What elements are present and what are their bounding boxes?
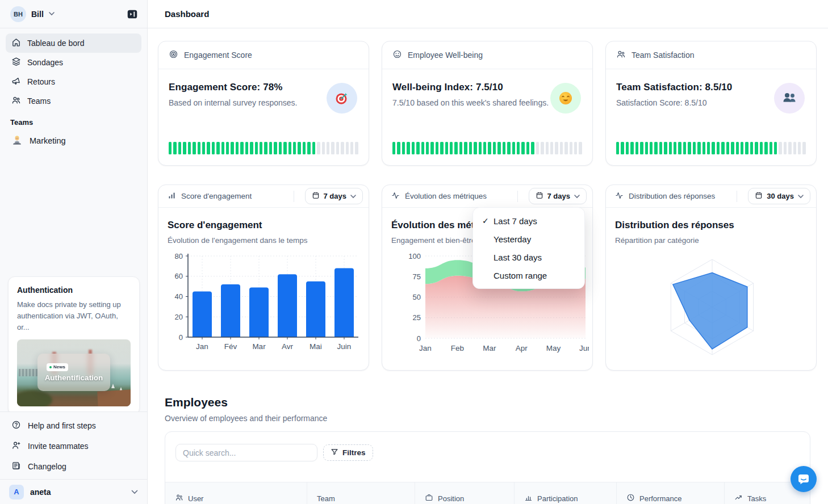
employees-subtitle: Overview of employees and their performa… [165,414,327,423]
stat-card-header: Engagement Score [158,41,369,69]
progress-segment [635,142,638,154]
chevron-down-icon [350,192,356,200]
progress-segment [793,142,796,154]
home-icon [11,37,21,49]
user-name[interactable]: Bill [31,10,44,19]
sidebar-item-feedback[interactable]: Retours [6,72,141,91]
menu-item-last-7-days[interactable]: ✓Last 7 days [473,212,584,230]
sidebar-item-teams[interactable]: Teams [6,91,141,111]
chart-card-header: Score d'engagement 7 days [158,185,369,208]
workspace-switcher[interactable]: A aneta [0,479,147,504]
progress-segment [474,142,476,154]
menu-item-custom-range[interactable]: Custom range [473,266,584,284]
invite-teammates-link[interactable]: Invite teammates [6,436,141,456]
date-range-button[interactable]: 30 days [748,188,810,204]
progress-segment [469,142,472,154]
app-root: BH Bill Tableau de bord Sondages Retours [0,0,828,504]
table-column-team[interactable]: Team [307,482,415,504]
stat-cards-row: Engagement Score Engagement Score: 78% B… [158,41,817,166]
progress-segment [350,142,353,154]
progress-segment [788,142,791,154]
filters-button[interactable]: Filtres [323,444,373,461]
progress-segment [341,142,344,154]
smiley-emoji-icon [550,83,581,114]
progress-segment [221,142,224,154]
svg-text:Feb: Feb [451,344,464,352]
progress-segment [231,142,233,154]
progress-segment [798,142,801,154]
users-emoji-icon [774,83,805,114]
smiley-icon [392,49,402,61]
sidebar-item-label: Retours [27,77,55,86]
divider [737,191,737,202]
column-label: Participation [537,494,578,503]
progress-segment [416,142,419,154]
briefcase-icon [425,493,433,503]
bar-chart-icon [168,191,176,201]
progress-segment [240,142,243,154]
shore-art [17,390,52,406]
stat-card-header-label: Employee Well-being [408,51,483,60]
progress-segment [312,142,315,154]
stat-card-header-label: Engagement Score [184,51,252,60]
help-link[interactable]: Help and first steps [6,415,141,436]
progress-segment [493,142,496,154]
date-range-button[interactable]: 7 days [529,188,587,204]
progress-segment [560,142,563,154]
date-range-button[interactable]: 7 days [305,188,363,204]
changelog-link[interactable]: Changelog [6,456,141,477]
table-column-position[interactable]: Position [415,482,515,504]
users-icon [616,49,626,61]
sidebar-footer: Help and first steps Invite teammates Ch… [0,411,147,479]
progress-segment [303,142,306,154]
search-input[interactable] [175,444,317,461]
progress-segment [721,142,724,154]
svg-text:Jun: Jun [579,344,589,352]
collapse-sidebar-icon[interactable] [126,7,139,21]
progress-segment [503,142,505,154]
table-column-participation[interactable]: Participation [515,482,617,504]
layers-icon [11,57,21,68]
progress-segment [483,142,486,154]
svg-text:25: 25 [413,313,421,322]
progress-segment [507,142,510,154]
technologist-emoji-icon [11,135,23,148]
progress-segment [212,142,215,154]
promo-card-authentication[interactable]: Authentication Make docs private by sett… [8,276,140,415]
progress-segment [293,142,296,154]
sidebar-item-marketing[interactable]: Marketing [6,131,141,150]
progress-segment [550,142,553,154]
progress-segment [579,142,582,154]
progress-segment [764,142,767,154]
progress-segment [574,142,577,154]
table-column-user[interactable]: User [165,482,307,504]
progress-segment [750,142,753,154]
activity-icon [391,191,400,201]
progress-bar [616,142,806,154]
intercom-chat-button[interactable] [791,466,817,492]
menu-item-yesterday[interactable]: Yesterday [473,230,584,248]
svg-text:50: 50 [413,293,421,301]
progress-segment [322,142,325,154]
progress-segment [198,142,200,154]
sidebar-item-surveys[interactable]: Sondages [6,53,141,72]
progress-segment [436,142,438,154]
svg-text:100: 100 [408,252,421,261]
progress-segment [707,142,710,154]
chart-card-engagement-score: Score d'engagement 7 days Score d'engage… [158,184,369,371]
progress-segment [445,142,448,154]
chevron-down-icon[interactable] [49,12,55,16]
table-column-performance[interactable]: Performance [617,482,725,504]
table-toolbar: Filtres [175,444,373,461]
user-avatar[interactable]: BH [10,6,26,22]
svg-text:20: 20 [175,313,183,321]
sidebar-item-dashboard[interactable]: Tableau de bord [6,33,141,53]
divider [294,191,294,202]
target-emoji-icon [327,83,357,114]
topbar: Dashboard [148,0,828,28]
svg-text:80: 80 [175,252,183,261]
workspace-name: aneta [30,488,51,497]
menu-item-last-30-days[interactable]: Last 30 days [473,248,584,266]
progress-segment [331,142,334,154]
progress-segment [173,142,176,154]
